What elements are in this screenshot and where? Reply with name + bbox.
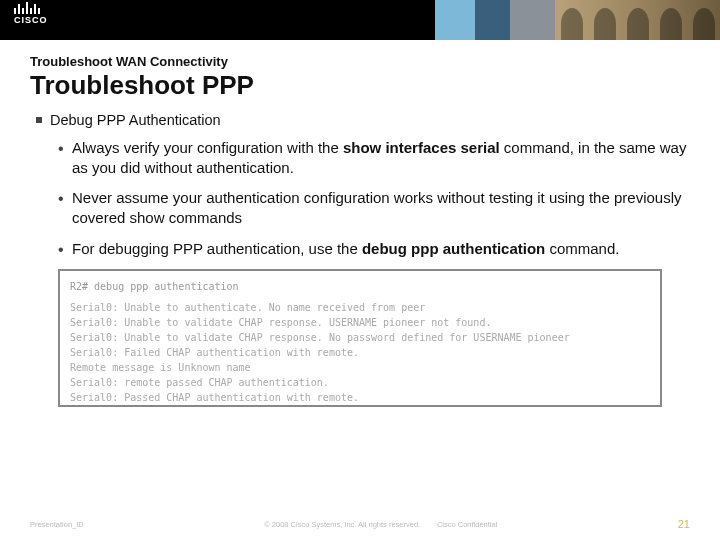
terminal-line: Serial0: Passed CHAP authentication with… — [70, 390, 650, 405]
slide-pretitle: Troubleshoot WAN Connectivity — [30, 54, 690, 69]
people-photo-icon — [555, 0, 720, 40]
terminal-line: Remote message is Unknown name — [70, 360, 650, 375]
terminal-line: Serial0: Unable to validate CHAP respons… — [70, 315, 650, 330]
terminal-line: Serial0: Unable to validate CHAP respons… — [70, 330, 650, 345]
list-item: For debugging PPP authentication, use th… — [58, 239, 690, 259]
section-heading: Debug PPP Authentication — [30, 112, 690, 128]
slide-content: Troubleshoot WAN Connectivity Troublesho… — [0, 40, 720, 407]
brand-name: CISCO — [14, 15, 48, 25]
slide-footer: Presentation_ID © 2008 Cisco Systems, In… — [0, 518, 720, 530]
brand-logo: CISCO — [14, 4, 48, 25]
terminal-line: Serial0: remote passed CHAP authenticati… — [70, 375, 650, 390]
terminal-line: Serial0: Failed CHAP authentication with… — [70, 345, 650, 360]
terminal-output: R2# debug ppp authentication Serial0: Un… — [58, 269, 662, 407]
list-item: Never assume your authentication configu… — [58, 188, 690, 229]
list-item: Always verify your configuration with th… — [58, 138, 690, 179]
terminal-line: Serial0: Unable to authenticate. No name… — [70, 300, 650, 315]
terminal-line: Serial0: CHAP input code = 4 id = 3 len … — [70, 405, 650, 407]
slide-header: CISCO — [0, 0, 720, 40]
bullet-list: Always verify your configuration with th… — [30, 138, 690, 259]
header-image-strip — [435, 0, 720, 40]
footer-confidential: Cisco Confidential — [437, 520, 497, 529]
page-number: 21 — [678, 518, 690, 530]
slide-title: Troubleshoot PPP — [30, 71, 690, 100]
square-bullet-icon — [36, 117, 42, 123]
footer-copyright: © 2008 Cisco Systems, Inc. All rights re… — [264, 520, 420, 529]
footer-left: Presentation_ID — [30, 520, 84, 529]
terminal-command: R2# debug ppp authentication — [70, 279, 650, 294]
logo-bars-icon — [14, 4, 48, 14]
